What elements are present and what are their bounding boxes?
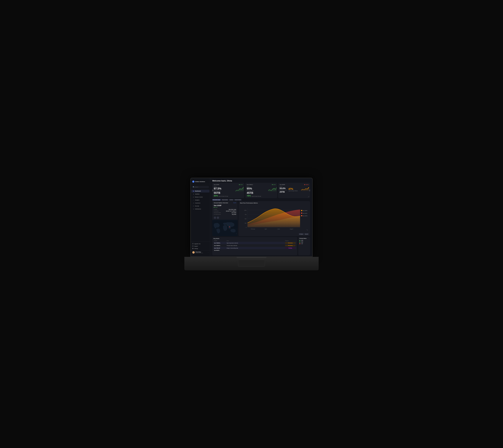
gs-location-value: New Delhi, India — [229, 209, 236, 210]
alert-satellite: Sat-FJWL49 — [214, 248, 226, 249]
app-name: Orbitex Solutions — [195, 181, 205, 182]
alert-progress-badge: Reviewing — [285, 245, 296, 246]
signal-value: 85% — [214, 195, 218, 197]
uptime-label: Uptime — [280, 186, 286, 187]
support-label: Support — [194, 246, 198, 247]
priority-item-1: High — [299, 241, 309, 243]
svg-rect-3 — [193, 191, 194, 192]
sat-card-name: Sat-3J59F — [214, 184, 219, 185]
priority-dot — [299, 242, 300, 243]
status-dot — [272, 184, 273, 185]
sat-sparkline — [268, 186, 276, 191]
tab-system-health[interactable]: System Health — [234, 199, 241, 200]
sidebar-item-label: Security — [195, 205, 199, 207]
sidebar-item-label: Customers — [195, 202, 200, 204]
alert-progress-badge — [285, 250, 296, 251]
gs-info-table: Location New Delhi, India Coordinates 28… — [212, 209, 238, 216]
sidebar-item-mission-control[interactable]: Mission Control — [191, 196, 209, 199]
performance-chart-svg: 0 250 500 750 1000 February April June A… — [240, 204, 309, 233]
svg-text:750: 750 — [245, 214, 246, 215]
user-info: Olivia Rhye olivia@orbitex.com — [195, 251, 203, 253]
svg-text:1000: 1000 — [244, 210, 246, 211]
alert-progress-badge: Pending — [285, 247, 296, 249]
status-text: Active — [240, 184, 243, 185]
user-avatar — [192, 251, 195, 254]
sidebar-item-dashboard[interactable]: Dashboard — [191, 190, 209, 193]
logout-button[interactable]: → — [207, 252, 208, 253]
tab-latency[interactable]: Latency — [229, 199, 234, 200]
card-next-button[interactable]: › — [309, 189, 310, 191]
svg-text:↑: ↑ — [193, 243, 193, 244]
bandwidth-value: 25TB — [280, 191, 286, 193]
upgrade-button[interactable]: ↑ Upgrade now — [191, 243, 210, 245]
user-profile: Olivia Rhye olivia@orbitex.com → — [191, 250, 210, 254]
card-prev-button[interactable]: ‹ — [212, 189, 213, 191]
gs-since-label: Operational Since — [214, 212, 221, 213]
support-icon — [192, 246, 193, 247]
security-icon — [193, 205, 194, 207]
see-all-button[interactable]: See All — [233, 202, 236, 203]
perf-header: Real-Time Performance Metrics — [240, 202, 309, 204]
priority-item-2: Low — [299, 243, 309, 244]
sat-status-badge: Active — [239, 184, 243, 185]
search-box[interactable]: 🔍 Search — [192, 186, 209, 188]
tab-bandwidth-usage[interactable]: Bandwidth Usage — [212, 199, 221, 200]
gs-prev-button[interactable]: ‹ — [214, 216, 216, 219]
sidebar-item-satellites[interactable]: Satellites — [191, 193, 209, 196]
user-email: olivia@orbitex.com — [195, 252, 203, 253]
sat-card-name: Sat-3859F — [280, 184, 285, 185]
col-progress: Progress — [285, 240, 296, 241]
sidebar-item-notifications[interactable]: Notifications — [191, 208, 209, 210]
laptop-container: Orbitex Solutions 🔍 Search Dashboard Sat… — [184, 178, 319, 270]
svg-text:0: 0 — [246, 227, 246, 228]
laptop-hinge — [236, 257, 267, 258]
signal-label: Signal Strength (Strong) — [252, 196, 261, 197]
sidebar-item-label: Dashboard — [195, 190, 201, 192]
alert-issue: High temperature detected — [227, 243, 284, 244]
col-issue: Issue — [227, 240, 284, 241]
alerts-table-header: Satellite Issue Progress — [213, 240, 296, 241]
bandwidth-value: 45TB — [247, 192, 276, 195]
welcome-title: Welcome back, Olivia — [212, 180, 310, 182]
svg-point-17 — [192, 248, 193, 249]
priority-label: Low — [301, 243, 303, 244]
tab-signal-quality[interactable]: Signal Quality — [221, 199, 228, 200]
uptime-value: 55.6% — [280, 187, 286, 189]
expand-icon[interactable] — [308, 196, 309, 197]
alert-satellite: Sat-7390HVL — [214, 245, 226, 246]
svg-text:August: August — [290, 228, 293, 230]
main-header: Welcome back, Olivia — [210, 178, 312, 183]
alerts-card: Key Alerts Satellite Issue Progress Sat-… — [212, 237, 297, 255]
status-text: Inactive — [305, 184, 309, 185]
svg-rect-0 — [193, 191, 193, 191]
sat-card-name: Sat-CMNL3 — [247, 184, 253, 185]
laptop-trackpad — [238, 260, 265, 266]
sidebar-item-security[interactable]: Security — [191, 205, 209, 207]
settings-button[interactable]: Settings — [191, 247, 210, 250]
filters-button[interactable]: ⚙ Filters — [299, 233, 304, 235]
nav-section: Dashboard Satellites Mission Control Ana… — [191, 189, 210, 241]
satellite-cards-row: ‹ Sat-3J59F Active Uptime 97.5% Bandwidt… — [210, 183, 312, 199]
sidebar-item-analytics[interactable]: Analytics — [191, 199, 209, 201]
gs-next-button[interactable]: › — [217, 216, 219, 219]
support-button[interactable]: Support — [191, 245, 210, 247]
sat-status-badge: Active — [272, 184, 276, 185]
sidebar-item-customers[interactable]: Customers — [191, 202, 209, 204]
gs-status-text: Active — [215, 207, 218, 208]
settings-icon — [192, 248, 193, 249]
svg-point-16 — [193, 248, 193, 249]
search-placeholder: Search — [195, 186, 198, 188]
alert-row: Sat-W3876 — [213, 249, 296, 251]
alert-progress-badge: Reviewing — [285, 242, 296, 244]
svg-text:500: 500 — [245, 218, 246, 219]
priority-dot — [299, 240, 300, 241]
gs-map: ⤡ — [212, 220, 238, 236]
sidebar-logo: Orbitex Solutions — [191, 180, 210, 184]
svg-point-11 — [193, 203, 194, 203]
see-all-chart-button[interactable]: See All — [304, 233, 309, 235]
upgrade-icon: ↑ — [192, 243, 193, 244]
gs-location-label: Location — [214, 209, 217, 210]
sat-sparkline — [301, 186, 309, 191]
gs-coordinates-label: Coordinates — [214, 211, 219, 212]
sidebar-bottom: ↑ Upgrade now Support Settings O — [191, 241, 210, 255]
